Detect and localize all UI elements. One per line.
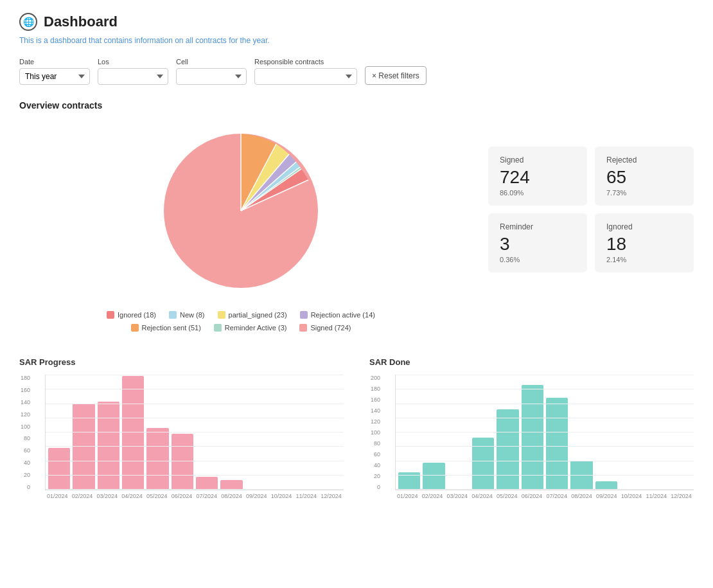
stat-pct: 7.73%	[606, 189, 682, 197]
legend-item: Rejection sent (51)	[131, 324, 201, 332]
y-axis: 180160140120100806040200	[21, 375, 30, 490]
overview-title: Overview contracts	[19, 100, 694, 111]
stat-pct: 0.36%	[500, 256, 576, 263]
cell-select[interactable]	[176, 68, 247, 85]
bar	[48, 448, 70, 490]
grid-line	[396, 461, 694, 461]
legend-item: Signed (724)	[299, 324, 351, 332]
y-label: 0	[27, 484, 30, 490]
y-label: 180	[371, 386, 380, 392]
legend-color	[169, 311, 177, 319]
overview-section: Overview contracts	[19, 100, 694, 332]
stats-grid: Signed 724 86.09% Rejected 65 7.73% Remi…	[488, 147, 694, 272]
legend-label: Reminder Active (3)	[225, 324, 287, 332]
legend-item: partial_signed (23)	[218, 311, 287, 319]
y-label: 140	[371, 407, 380, 414]
x-label: 07/2024	[545, 493, 570, 499]
y-axis: 200180160140120100806040200	[371, 375, 380, 490]
y-label: 100	[21, 423, 30, 430]
los-select[interactable]	[98, 68, 168, 85]
stat-value: 3	[500, 235, 576, 253]
y-label: 200	[371, 375, 380, 381]
bar	[398, 472, 420, 490]
stat-pct: 2.14%	[606, 256, 682, 263]
bar	[595, 481, 617, 490]
x-label: 11/2024	[644, 493, 669, 499]
stat-value: 65	[606, 168, 682, 186]
stat-card: Rejected 65 7.73%	[595, 147, 694, 206]
bar	[220, 480, 242, 490]
date-label: Date	[19, 58, 90, 66]
x-label: 01/2024	[395, 493, 420, 499]
x-label: 12/2024	[669, 493, 694, 499]
legend-item: New (8)	[169, 311, 205, 319]
legend-item: Ignored (18)	[107, 311, 156, 319]
legend-color	[214, 324, 222, 332]
page-title: Dashboard	[44, 13, 118, 30]
grid-line	[396, 404, 694, 404]
x-label: 09/2024	[244, 493, 269, 499]
y-label: 60	[374, 451, 380, 458]
bar	[522, 385, 543, 490]
los-label: Los	[98, 58, 168, 66]
responsible-select[interactable]	[254, 68, 357, 85]
cell-filter-group: Cell	[176, 58, 247, 85]
grid-line	[46, 389, 344, 389]
x-label: 09/2024	[594, 493, 619, 499]
x-label: 03/2024	[95, 493, 120, 499]
bar	[497, 409, 518, 490]
legend-color	[299, 324, 307, 332]
legend-color	[218, 311, 225, 319]
cell-label: Cell	[176, 58, 247, 66]
stat-card: Ignored 18 2.14%	[595, 213, 694, 272]
x-label: 04/2024	[119, 493, 145, 499]
x-label: 05/2024	[495, 493, 520, 499]
grid-line	[396, 432, 694, 432]
chart-legend: Ignored (18)New (8)partial_signed (23)Re…	[74, 311, 408, 332]
x-label: 06/2024	[520, 493, 545, 499]
sar-done-section: SAR Done 01/202402/202403/202404/202405/…	[369, 357, 694, 499]
x-label: 01/2024	[45, 493, 70, 499]
filters-bar: Date This year Los Cell Responsible cont…	[19, 58, 694, 85]
y-label: 120	[21, 411, 30, 418]
stat-value: 18	[606, 235, 682, 253]
grid-line	[396, 418, 694, 418]
x-label: 02/2024	[70, 493, 95, 499]
y-label: 40	[374, 462, 380, 468]
sar-progress-section: SAR Progress 01/202402/202403/202404/202…	[19, 357, 344, 499]
x-label: 07/2024	[195, 493, 220, 499]
x-label: 08/2024	[219, 493, 244, 499]
y-label: 160	[21, 387, 30, 393]
bar	[472, 438, 494, 490]
y-label: 180	[21, 375, 30, 381]
stat-pct: 86.09%	[500, 189, 576, 197]
bar	[546, 398, 568, 490]
stat-card: Reminder 3 0.36%	[488, 213, 587, 272]
legend-item: Rejection active (14)	[300, 311, 375, 319]
reset-filters-button[interactable]: × Reset filters	[365, 66, 427, 85]
y-label: 40	[24, 459, 30, 466]
pie-chart	[151, 121, 331, 301]
sar-done-title: SAR Done	[369, 357, 694, 367]
date-select[interactable]: This year	[19, 68, 90, 85]
x-label: 08/2024	[569, 493, 594, 499]
stat-label: Rejected	[606, 156, 682, 165]
stat-value: 724	[500, 168, 576, 186]
bar	[146, 428, 168, 490]
x-label: 06/2024	[170, 493, 195, 499]
responsible-label: Responsible contracts	[254, 58, 357, 66]
x-label: 11/2024	[294, 493, 319, 499]
bar	[423, 463, 445, 490]
bar	[172, 434, 193, 490]
stat-label: Signed	[500, 156, 576, 165]
grid-line	[396, 446, 694, 447]
y-label: 60	[24, 447, 30, 454]
x-label: 02/2024	[420, 493, 445, 499]
y-label: 120	[371, 418, 380, 425]
x-label: 04/2024	[470, 493, 495, 499]
y-label: 100	[371, 429, 380, 436]
grid-line	[46, 375, 344, 375]
x-label: 05/2024	[145, 493, 170, 499]
overview-content: Ignored (18)New (8)partial_signed (23)Re…	[19, 121, 694, 332]
dashboard-icon: 🌐	[19, 13, 37, 31]
